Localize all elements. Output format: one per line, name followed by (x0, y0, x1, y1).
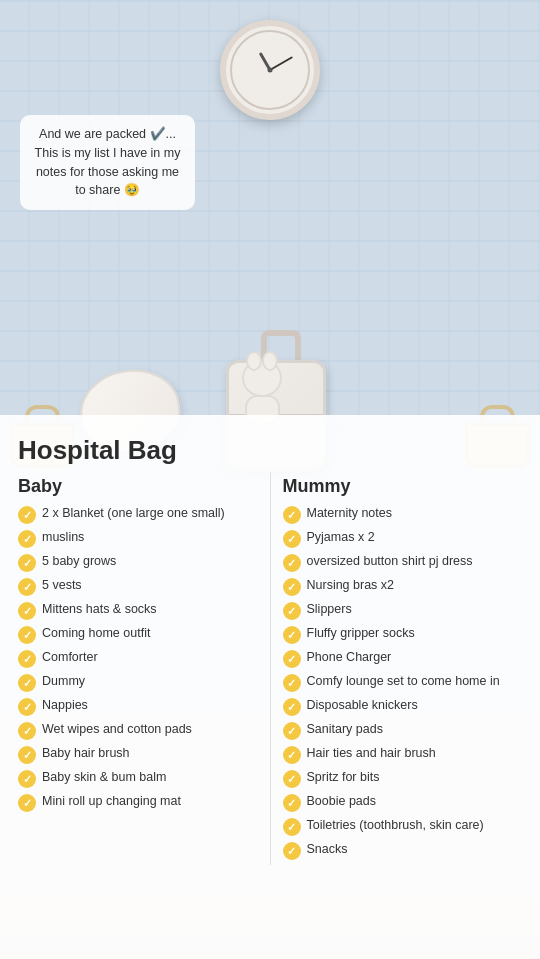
item-label: Nursing bras x2 (307, 577, 395, 595)
list-item: Wet wipes and cotton pads (18, 721, 258, 740)
list-item: Nappies (18, 697, 258, 716)
mummy-column: Mummy Maternity notes Pyjamas x 2 oversi… (283, 472, 523, 865)
check-icon (18, 698, 36, 716)
clock (220, 20, 320, 120)
item-label: muslins (42, 529, 84, 547)
check-icon (283, 698, 301, 716)
item-label: Maternity notes (307, 505, 392, 523)
item-label: oversized button shirt pj dress (307, 553, 473, 571)
item-label: Comfy lounge set to come home in (307, 673, 500, 691)
stuffie-ear-right (262, 351, 278, 371)
check-icon (18, 530, 36, 548)
check-icon (283, 650, 301, 668)
item-label: Dummy (42, 673, 85, 691)
card-title: Hospital Bag (18, 435, 522, 466)
list-item: Nursing bras x2 (283, 577, 523, 596)
list-item: Comforter (18, 649, 258, 668)
list-item: oversized button shirt pj dress (283, 553, 523, 572)
list-item: Comfy lounge set to come home in (283, 673, 523, 692)
list-item: Baby hair brush (18, 745, 258, 764)
check-icon (18, 794, 36, 812)
check-icon (283, 578, 301, 596)
list-item: 5 vests (18, 577, 258, 596)
check-icon (283, 794, 301, 812)
item-label: Baby hair brush (42, 745, 130, 763)
content-card: Hospital Bag Baby 2 x Blanket (one large… (0, 415, 540, 959)
column-divider (270, 472, 271, 865)
item-label: Spritz for bits (307, 769, 380, 787)
list-item: Fluffy gripper socks (283, 625, 523, 644)
clock-minute-hand (270, 56, 294, 71)
list-item: Mittens hats & socks (18, 601, 258, 620)
item-label: Mini roll up changing mat (42, 793, 181, 811)
item-label: 5 vests (42, 577, 82, 595)
baby-section-title: Baby (18, 476, 258, 497)
list-item: Toiletries (toothbrush, skin care) (283, 817, 523, 836)
list-item: Snacks (283, 841, 523, 860)
check-icon (283, 770, 301, 788)
check-icon (18, 770, 36, 788)
list-item: 5 baby grows (18, 553, 258, 572)
check-icon (283, 530, 301, 548)
list-item: Phone Charger (283, 649, 523, 668)
check-icon (283, 554, 301, 572)
baby-column: Baby 2 x Blanket (one large one small) m… (18, 472, 258, 865)
check-icon (283, 722, 301, 740)
item-label: Hair ties and hair brush (307, 745, 436, 763)
list-item: Sanitary pads (283, 721, 523, 740)
item-label: Disposable knickers (307, 697, 418, 715)
caption-box: And we are packed ✔️... This is my list … (20, 115, 195, 210)
check-icon (283, 626, 301, 644)
check-icon (18, 578, 36, 596)
check-icon (283, 842, 301, 860)
item-label: 2 x Blanket (one large one small) (42, 505, 225, 523)
check-icon (18, 602, 36, 620)
list-item: Pyjamas x 2 (283, 529, 523, 548)
check-icon (283, 818, 301, 836)
item-label: Phone Charger (307, 649, 392, 667)
check-icon (18, 626, 36, 644)
item-label: Slippers (307, 601, 352, 619)
list-item: Spritz for bits (283, 769, 523, 788)
item-label: Coming home outfit (42, 625, 150, 643)
item-label: Baby skin & bum balm (42, 769, 166, 787)
stuffie-head (242, 359, 282, 397)
check-icon (18, 722, 36, 740)
item-label: Sanitary pads (307, 721, 383, 739)
check-icon (283, 506, 301, 524)
clock-center (268, 68, 273, 73)
check-icon (18, 554, 36, 572)
list-item: Boobie pads (283, 793, 523, 812)
item-label: Toiletries (toothbrush, skin care) (307, 817, 484, 835)
list-item: Dummy (18, 673, 258, 692)
check-icon (18, 746, 36, 764)
list-item: Hair ties and hair brush (283, 745, 523, 764)
check-icon (18, 506, 36, 524)
list-item: Disposable knickers (283, 697, 523, 716)
item-label: Wet wipes and cotton pads (42, 721, 192, 739)
item-label: Snacks (307, 841, 348, 859)
item-label: Nappies (42, 697, 88, 715)
list-item: Slippers (283, 601, 523, 620)
list-item: Maternity notes (283, 505, 523, 524)
list-item: Coming home outfit (18, 625, 258, 644)
list-item: Mini roll up changing mat (18, 793, 258, 812)
check-icon (18, 674, 36, 692)
mummy-section-title: Mummy (283, 476, 523, 497)
item-label: Boobie pads (307, 793, 377, 811)
two-column-layout: Baby 2 x Blanket (one large one small) m… (18, 472, 522, 865)
stuffie-ear-left (246, 351, 262, 371)
check-icon (18, 650, 36, 668)
caption-text: And we are packed ✔️... This is my list … (34, 125, 181, 200)
list-item: muslins (18, 529, 258, 548)
list-item: 2 x Blanket (one large one small) (18, 505, 258, 524)
check-icon (283, 746, 301, 764)
list-item: Baby skin & bum balm (18, 769, 258, 788)
item-label: Fluffy gripper socks (307, 625, 415, 643)
check-icon (283, 674, 301, 692)
item-label: 5 baby grows (42, 553, 116, 571)
check-icon (283, 602, 301, 620)
item-label: Mittens hats & socks (42, 601, 157, 619)
item-label: Pyjamas x 2 (307, 529, 375, 547)
item-label: Comforter (42, 649, 98, 667)
